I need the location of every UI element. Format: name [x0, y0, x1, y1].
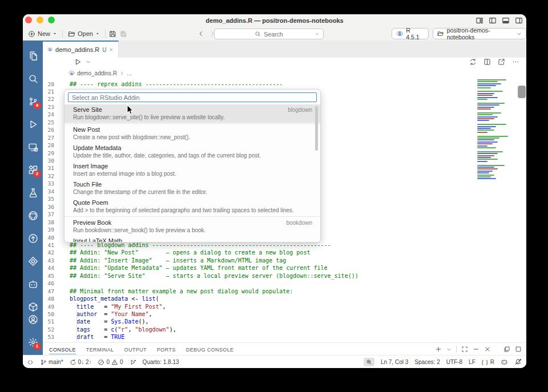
minimap-line [477, 99, 487, 100]
activity-quarto[interactable] [23, 250, 43, 273]
restore-layout-icon[interactable] [503, 346, 510, 353]
git-status-badge: U [102, 47, 106, 53]
run-options-chevron-icon[interactable] [86, 59, 91, 64]
eol-status[interactable]: LF [469, 359, 476, 365]
breadcrumb[interactable]: R demo_addins.R … [43, 68, 526, 78]
quickpick-item[interactable]: Insert ImageInsert an external image int… [65, 161, 320, 179]
code-line: ## Addin: "Serve Site" — starts a local … [70, 272, 358, 280]
problems-status[interactable]: 0 0 [98, 359, 123, 366]
more-actions-icon[interactable] [512, 58, 519, 66]
minimap-line [477, 139, 494, 140]
workspace-selector-button[interactable]: positron-demos-notebooks [433, 28, 526, 39]
split-editor-icon[interactable] [483, 58, 491, 66]
git-sync-status[interactable]: 0↓ 2↑ [70, 359, 92, 366]
line-number: 49 [45, 303, 54, 310]
panel-tab-ports[interactable]: PORTS [157, 345, 176, 354]
compare-changes-icon[interactable] [469, 58, 477, 66]
activity-github[interactable] [23, 204, 43, 227]
quarto-status[interactable]: Quarto: 1.8.13 [143, 359, 179, 365]
global-search-box[interactable]: Search [214, 29, 324, 39]
quickpick-item[interactable]: Quote PoemAdd > to the beginning of sele… [65, 197, 320, 216]
r-file-icon: R [47, 46, 53, 53]
language-mode-status[interactable]: { } R [482, 359, 494, 365]
panel-tab-console[interactable]: CONSOLE [49, 345, 76, 354]
toggle-sidebar-icon[interactable] [489, 17, 497, 25]
minimize-panel-icon[interactable] [473, 346, 480, 353]
activity-settings[interactable]: 1 [23, 331, 43, 354]
console-options-chevron-icon[interactable] [446, 347, 452, 352]
close-panel-icon[interactable] [484, 346, 491, 353]
activity-run-debug[interactable] [23, 113, 43, 136]
activity-explorer[interactable] [23, 45, 43, 67]
panel-tab-terminal[interactable]: TERMINAL [86, 345, 114, 354]
notifications-status[interactable] [514, 358, 522, 366]
navigate-back-icon[interactable] [198, 30, 204, 37]
customize-layout-icon[interactable] [476, 17, 483, 25]
warning-count: 0 [120, 359, 123, 365]
activity-search[interactable] [23, 67, 43, 90]
zoom-control[interactable] [364, 358, 374, 366]
line-number: 52 [45, 326, 54, 333]
maximize-panel-icon[interactable] [461, 346, 468, 353]
indentation-status[interactable]: Spaces: 2 [414, 359, 440, 365]
line-number: 39 [45, 226, 54, 233]
minimap-line [477, 175, 494, 176]
quickpick-item[interactable]: Update MetadataUpdate the title, author,… [65, 143, 320, 161]
save-icon[interactable] [109, 30, 116, 38]
quickpick-item[interactable]: Preview BookbookdownRun bookdown::serve_… [65, 217, 320, 236]
addin-description: Create a new post with blogdown::new_pos… [73, 134, 312, 140]
line-number: 48 [45, 295, 54, 302]
minimap-line [477, 176, 491, 177]
run-file-icon[interactable] [74, 58, 82, 66]
addin-label: New Post [73, 126, 100, 133]
quickpick-item[interactable]: Input LaTeX Math [65, 236, 320, 242]
line-number: 29 [45, 149, 54, 157]
editor-scrollbar-thumb[interactable] [518, 86, 526, 98]
cursor-position-status[interactable]: Ln 7, Col 3 [381, 359, 408, 365]
search-icon [28, 74, 38, 84]
encoding-status[interactable]: UTF-8 [446, 359, 462, 365]
activity-publish[interactable] [23, 227, 43, 250]
remote-indicator[interactable] [27, 359, 34, 366]
quickpick-scrollbar-thumb[interactable] [315, 106, 318, 151]
debug-status[interactable] [130, 359, 136, 366]
activity-testing[interactable] [23, 181, 43, 204]
minimap-line [477, 132, 487, 133]
minimap-line [477, 136, 508, 137]
minimap-line [477, 83, 501, 84]
line-number: 53 [45, 333, 54, 341]
close-tab-icon[interactable] [109, 47, 114, 52]
quickpick-item[interactable]: Touch FileChange the timestamp of the cu… [65, 179, 320, 197]
minimap-line [477, 107, 494, 108]
activity-account[interactable] [23, 308, 43, 331]
quickpick-item[interactable]: New PostCreate a new post with blogdown:… [65, 124, 320, 143]
quarto-icon [28, 256, 38, 266]
activity-assistant[interactable] [23, 273, 43, 296]
code-line: ## Addin: "New Post" — opens a dialog to… [70, 249, 310, 256]
panel-tab-output[interactable]: OUTPUT [124, 345, 147, 354]
toggle-secondary-sidebar-icon[interactable] [515, 17, 523, 25]
open-in-new-window-icon[interactable] [498, 58, 505, 66]
git-branch-status[interactable]: main* [40, 359, 63, 366]
language-mode: R [490, 359, 494, 365]
error-count: 0 [106, 359, 110, 365]
toggle-panel-icon[interactable] [502, 17, 510, 25]
panel-tab-debug-console[interactable]: DEBUG CONSOLE [186, 345, 234, 354]
search-icon [255, 31, 261, 37]
sessions-icon [28, 142, 38, 152]
activity-source-control[interactable]: 4 [23, 90, 43, 113]
divider [65, 216, 320, 217]
activity-sessions[interactable] [23, 136, 43, 159]
addin-search-input[interactable] [68, 92, 317, 102]
new-button[interactable]: New [26, 29, 59, 39]
line-number: 46 [45, 280, 54, 287]
editor-tab[interactable]: R demo_addins.R U [43, 41, 119, 58]
quickpick-item[interactable]: Serve SiteblogdownRun blogdown::serve_si… [65, 104, 320, 123]
activity-extensions[interactable]: 2 [23, 159, 43, 181]
new-console-icon[interactable] [435, 346, 442, 353]
code-line: ## ---- reprex addins ------------------… [70, 80, 283, 88]
interpreter-selector-button[interactable]: R R 4.5.1 [392, 28, 429, 39]
assistant-status[interactable] [501, 358, 508, 366]
open-button[interactable]: Open [66, 29, 102, 39]
toggle-fullscreen-panel-icon[interactable] [515, 346, 522, 353]
